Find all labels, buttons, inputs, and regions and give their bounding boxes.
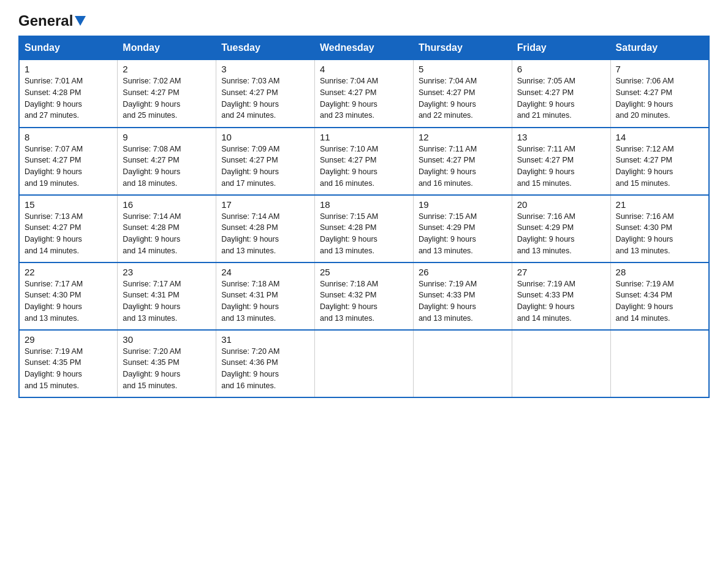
calendar-day-cell	[512, 330, 610, 397]
calendar-day-cell: 12 Sunrise: 7:11 AM Sunset: 4:27 PM Dayl…	[413, 128, 512, 195]
calendar-week-row: 15 Sunrise: 7:13 AM Sunset: 4:27 PM Dayl…	[19, 195, 709, 262]
day-number: 18	[320, 199, 408, 210]
logo-triangle-icon	[75, 16, 86, 28]
day-number: 4	[320, 64, 408, 74]
day-info: Sunrise: 7:10 AM Sunset: 4:27 PM Dayligh…	[320, 144, 408, 190]
calendar-week-row: 22 Sunrise: 7:17 AM Sunset: 4:30 PM Dayl…	[19, 262, 709, 330]
day-number: 10	[221, 132, 309, 142]
day-number: 14	[616, 132, 703, 142]
day-number: 13	[517, 132, 605, 142]
calendar-day-cell: 18 Sunrise: 7:15 AM Sunset: 4:28 PM Dayl…	[315, 195, 414, 262]
day-info: Sunrise: 7:19 AM Sunset: 4:34 PM Dayligh…	[616, 278, 703, 324]
day-number: 28	[616, 267, 703, 277]
calendar-day-cell: 14 Sunrise: 7:12 AM Sunset: 4:27 PM Dayl…	[610, 128, 709, 195]
calendar-day-cell: 19 Sunrise: 7:15 AM Sunset: 4:29 PM Dayl…	[413, 195, 512, 262]
calendar-day-cell: 13 Sunrise: 7:11 AM Sunset: 4:27 PM Dayl…	[512, 128, 610, 195]
day-number: 16	[123, 199, 211, 210]
day-number: 15	[25, 199, 112, 210]
calendar-day-cell: 23 Sunrise: 7:17 AM Sunset: 4:31 PM Dayl…	[118, 262, 216, 330]
weekday-header-monday: Monday	[118, 36, 216, 60]
calendar-day-cell: 5 Sunrise: 7:04 AM Sunset: 4:27 PM Dayli…	[413, 60, 512, 128]
calendar-week-row: 8 Sunrise: 7:07 AM Sunset: 4:27 PM Dayli…	[19, 128, 709, 195]
calendar-day-cell: 27 Sunrise: 7:19 AM Sunset: 4:33 PM Dayl…	[512, 262, 610, 330]
calendar-day-cell: 30 Sunrise: 7:20 AM Sunset: 4:35 PM Dayl…	[118, 330, 216, 397]
calendar-day-cell: 17 Sunrise: 7:14 AM Sunset: 4:28 PM Dayl…	[216, 195, 315, 262]
day-info: Sunrise: 7:17 AM Sunset: 4:30 PM Dayligh…	[25, 278, 112, 324]
day-number: 12	[419, 132, 507, 142]
day-info: Sunrise: 7:07 AM Sunset: 4:27 PM Dayligh…	[25, 144, 112, 190]
day-number: 2	[123, 64, 211, 74]
day-info: Sunrise: 7:14 AM Sunset: 4:28 PM Dayligh…	[123, 211, 211, 257]
day-number: 31	[221, 334, 309, 345]
calendar-day-cell: 21 Sunrise: 7:16 AM Sunset: 4:30 PM Dayl…	[610, 195, 709, 262]
calendar-day-cell: 25 Sunrise: 7:18 AM Sunset: 4:32 PM Dayl…	[315, 262, 414, 330]
day-info: Sunrise: 7:06 AM Sunset: 4:27 PM Dayligh…	[616, 75, 703, 121]
weekday-header-row: SundayMondayTuesdayWednesdayThursdayFrid…	[19, 36, 709, 60]
day-info: Sunrise: 7:16 AM Sunset: 4:29 PM Dayligh…	[517, 211, 605, 257]
day-info: Sunrise: 7:18 AM Sunset: 4:31 PM Dayligh…	[221, 278, 309, 324]
day-number: 9	[123, 132, 211, 142]
calendar-day-cell: 29 Sunrise: 7:19 AM Sunset: 4:35 PM Dayl…	[19, 330, 118, 397]
day-number: 26	[419, 267, 507, 277]
calendar-day-cell: 6 Sunrise: 7:05 AM Sunset: 4:27 PM Dayli…	[512, 60, 610, 128]
day-info: Sunrise: 7:18 AM Sunset: 4:32 PM Dayligh…	[320, 278, 408, 324]
calendar-week-row: 1 Sunrise: 7:01 AM Sunset: 4:28 PM Dayli…	[19, 60, 709, 128]
calendar-week-row: 29 Sunrise: 7:19 AM Sunset: 4:35 PM Dayl…	[19, 330, 709, 397]
day-info: Sunrise: 7:11 AM Sunset: 4:27 PM Dayligh…	[419, 144, 507, 190]
day-info: Sunrise: 7:19 AM Sunset: 4:33 PM Dayligh…	[517, 278, 605, 324]
calendar-day-cell: 9 Sunrise: 7:08 AM Sunset: 4:27 PM Dayli…	[118, 128, 216, 195]
calendar-day-cell: 22 Sunrise: 7:17 AM Sunset: 4:30 PM Dayl…	[19, 262, 118, 330]
calendar-day-cell: 20 Sunrise: 7:16 AM Sunset: 4:29 PM Dayl…	[512, 195, 610, 262]
day-info: Sunrise: 7:09 AM Sunset: 4:27 PM Dayligh…	[221, 144, 309, 190]
day-info: Sunrise: 7:08 AM Sunset: 4:27 PM Dayligh…	[123, 144, 211, 190]
day-number: 3	[221, 64, 309, 74]
calendar-day-cell: 16 Sunrise: 7:14 AM Sunset: 4:28 PM Dayl…	[118, 195, 216, 262]
logo-general-text: General	[18, 12, 73, 29]
svg-marker-0	[75, 16, 86, 26]
day-info: Sunrise: 7:01 AM Sunset: 4:28 PM Dayligh…	[25, 75, 112, 121]
weekday-header-saturday: Saturday	[610, 36, 709, 60]
day-info: Sunrise: 7:17 AM Sunset: 4:31 PM Dayligh…	[123, 278, 211, 324]
day-info: Sunrise: 7:12 AM Sunset: 4:27 PM Dayligh…	[616, 144, 703, 190]
day-number: 7	[616, 64, 703, 74]
day-info: Sunrise: 7:04 AM Sunset: 4:27 PM Dayligh…	[320, 75, 408, 121]
page-header: General	[18, 12, 710, 29]
weekday-header-sunday: Sunday	[19, 36, 118, 60]
logo: General	[18, 12, 86, 29]
calendar-day-cell: 11 Sunrise: 7:10 AM Sunset: 4:27 PM Dayl…	[315, 128, 414, 195]
day-info: Sunrise: 7:04 AM Sunset: 4:27 PM Dayligh…	[419, 75, 507, 121]
day-info: Sunrise: 7:05 AM Sunset: 4:27 PM Dayligh…	[517, 75, 605, 121]
day-info: Sunrise: 7:14 AM Sunset: 4:28 PM Dayligh…	[221, 211, 309, 257]
day-info: Sunrise: 7:20 AM Sunset: 4:36 PM Dayligh…	[221, 346, 309, 392]
day-info: Sunrise: 7:15 AM Sunset: 4:29 PM Dayligh…	[419, 211, 507, 257]
calendar-day-cell	[315, 330, 414, 397]
weekday-header-thursday: Thursday	[413, 36, 512, 60]
day-info: Sunrise: 7:16 AM Sunset: 4:30 PM Dayligh…	[616, 211, 703, 257]
calendar-day-cell: 10 Sunrise: 7:09 AM Sunset: 4:27 PM Dayl…	[216, 128, 315, 195]
calendar-day-cell: 3 Sunrise: 7:03 AM Sunset: 4:27 PM Dayli…	[216, 60, 315, 128]
day-info: Sunrise: 7:15 AM Sunset: 4:28 PM Dayligh…	[320, 211, 408, 257]
day-number: 22	[25, 267, 112, 277]
day-info: Sunrise: 7:19 AM Sunset: 4:33 PM Dayligh…	[419, 278, 507, 324]
day-info: Sunrise: 7:11 AM Sunset: 4:27 PM Dayligh…	[517, 144, 605, 190]
weekday-header-tuesday: Tuesday	[216, 36, 315, 60]
weekday-header-wednesday: Wednesday	[315, 36, 414, 60]
calendar-day-cell	[413, 330, 512, 397]
day-number: 17	[221, 199, 309, 210]
calendar-day-cell: 15 Sunrise: 7:13 AM Sunset: 4:27 PM Dayl…	[19, 195, 118, 262]
calendar-day-cell: 1 Sunrise: 7:01 AM Sunset: 4:28 PM Dayli…	[19, 60, 118, 128]
calendar-day-cell: 7 Sunrise: 7:06 AM Sunset: 4:27 PM Dayli…	[610, 60, 709, 128]
day-number: 19	[419, 199, 507, 210]
day-number: 25	[320, 267, 408, 277]
day-number: 21	[616, 199, 703, 210]
calendar-day-cell	[610, 330, 709, 397]
day-number: 20	[517, 199, 605, 210]
calendar-table: SundayMondayTuesdayWednesdayThursdayFrid…	[18, 36, 710, 398]
day-number: 8	[25, 132, 112, 142]
calendar-day-cell: 8 Sunrise: 7:07 AM Sunset: 4:27 PM Dayli…	[19, 128, 118, 195]
weekday-header-friday: Friday	[512, 36, 610, 60]
day-info: Sunrise: 7:19 AM Sunset: 4:35 PM Dayligh…	[25, 346, 112, 392]
calendar-day-cell: 26 Sunrise: 7:19 AM Sunset: 4:33 PM Dayl…	[413, 262, 512, 330]
day-info: Sunrise: 7:03 AM Sunset: 4:27 PM Dayligh…	[221, 75, 309, 121]
day-number: 29	[25, 334, 112, 345]
